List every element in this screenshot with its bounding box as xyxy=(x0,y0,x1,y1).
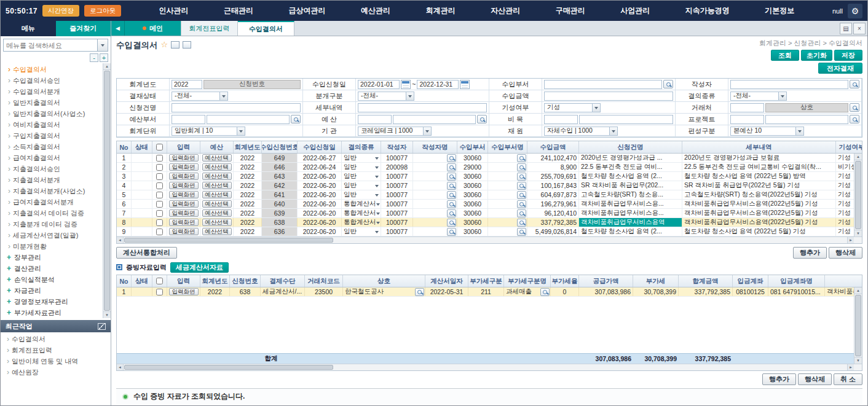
collapse-all-button[interactable]: - xyxy=(90,53,98,62)
row-checkbox[interactable] xyxy=(156,182,163,189)
e-approval-button[interactable]: 전자결재 xyxy=(818,63,862,74)
cell-request-title[interactable]: SR 객차비품 취급업무(202... xyxy=(579,181,682,190)
income-table-row[interactable]: 1 입력화면 예산선택 2022 649 2022-06-27 일반 10007… xyxy=(117,154,862,163)
budget-code-input[interactable] xyxy=(358,115,392,124)
cell-decision-type-select[interactable]: 일반 xyxy=(342,181,381,190)
search-icon-button[interactable] xyxy=(517,182,526,190)
tab-close-button[interactable]: × xyxy=(853,23,866,34)
budget-dept-code-input[interactable] xyxy=(172,115,205,124)
sidebar-item[interactable]: › 세금계산서연결(일괄) xyxy=(2,230,102,241)
col-no[interactable]: No xyxy=(117,141,132,153)
scrollbar-thumb[interactable] xyxy=(124,238,333,243)
col-decision-type[interactable]: 결의종류 xyxy=(342,141,381,153)
income-table-row[interactable]: 4 입력화면 예산선택 2022 642 2022-06-20 일반 10007… xyxy=(117,181,862,190)
sidebar-item[interactable]: › 여비지출결의서 xyxy=(2,119,102,130)
tax-invoice-button[interactable]: 세금계산서자료 xyxy=(170,262,229,273)
income-table-row[interactable]: 7 입력화면 예산선택 2022 639 2022-06-20 통합계산서 10… xyxy=(117,209,862,218)
row-checkbox[interactable] xyxy=(156,210,163,217)
sidebar-item[interactable]: › 지출분개 데이터 검증 xyxy=(2,219,102,230)
topnav-item[interactable]: 자산관리 xyxy=(488,6,523,16)
col-total-amount[interactable]: 합계금액 xyxy=(679,275,733,287)
col-supply-amount[interactable]: 공급가액 xyxy=(579,275,633,287)
col-income-dept-name[interactable]: 수입부서명 xyxy=(488,141,527,153)
budget-select-button[interactable]: 예산선택 xyxy=(202,163,232,171)
project-code-input[interactable] xyxy=(730,115,764,124)
project-name-input[interactable] xyxy=(765,115,848,124)
sidebar-group[interactable]: + 장부관리 xyxy=(2,252,102,263)
sidebar-group[interactable]: + 손익실적분석 xyxy=(2,274,102,285)
sidebar-tab-favorites[interactable]: 즐겨찾기 xyxy=(56,21,111,36)
organization-select[interactable]: 코레일테크 | 1000 xyxy=(358,127,432,136)
budget-name-input[interactable] xyxy=(393,115,476,124)
search-icon-button[interactable] xyxy=(663,80,673,88)
row-checkbox[interactable] xyxy=(156,201,163,208)
sidebar-item[interactable]: › 수입결의서승인 xyxy=(2,75,102,86)
horizontal-scrollbar[interactable]: ◄ ► xyxy=(117,236,862,243)
budget-type-select[interactable]: 본예산 10 xyxy=(730,127,804,136)
col-vat-rate[interactable]: 부가세율 xyxy=(551,275,579,287)
input-screen-button[interactable]: 입력화면 xyxy=(169,154,199,162)
sidebar-item[interactable]: › 수입결의서분개 xyxy=(2,86,102,97)
search-icon-button[interactable] xyxy=(517,219,526,227)
search-icon-button[interactable] xyxy=(517,163,526,171)
add-row-button[interactable]: 행추가 xyxy=(762,373,796,385)
recent-work-item[interactable]: › 회계전표입력 xyxy=(1,345,111,356)
col-request-date[interactable]: 수입신청일 xyxy=(298,141,342,153)
col-no[interactable]: No xyxy=(117,275,132,287)
col-status[interactable]: 상태 xyxy=(132,275,152,287)
sidebar-item[interactable]: › 지출결의서 데이터 검증 xyxy=(2,208,102,219)
cell-decision-type-select[interactable]: 통합계산서 xyxy=(342,218,381,227)
clear-recent-icon[interactable] xyxy=(98,323,106,330)
row-checkbox[interactable] xyxy=(156,289,163,295)
col-payment-method[interactable]: 결제수단 xyxy=(261,275,305,287)
cell-decision-type-select[interactable]: 통합계산서 xyxy=(342,209,381,217)
col-detail[interactable]: 세부내역 xyxy=(682,141,836,153)
expand-all-button[interactable]: + xyxy=(100,53,108,62)
input-screen-button[interactable]: 입력화면 xyxy=(169,173,199,180)
recent-work-item[interactable]: › 수입결의서 xyxy=(1,334,111,345)
col-income-dept[interactable]: 수입부서 xyxy=(457,141,488,153)
sidebar-item[interactable]: › 급여지출결의서분개 xyxy=(2,197,102,208)
date-to-input[interactable] xyxy=(417,80,459,89)
income-table-row[interactable]: 2 입력화면 예산선택 2022 646 2022-06-24 일반 20009… xyxy=(117,163,862,172)
cell-request-title[interactable]: 2020년도 경영평가성과급 ... xyxy=(579,154,682,162)
cell-decision-type-select[interactable]: 일반 xyxy=(342,190,381,199)
search-icon-button[interactable] xyxy=(517,209,526,217)
journal-type-select[interactable]: -전체- xyxy=(358,92,414,101)
col-input[interactable]: 입력 xyxy=(167,275,200,287)
cell-decision-type-select[interactable]: 일반 xyxy=(342,172,381,181)
sidebar-item[interactable]: › 지출결의서분개(사업소) xyxy=(2,185,102,197)
scrollbar-thumb[interactable] xyxy=(104,71,110,311)
col-invoice-date[interactable]: 계산서일자 xyxy=(425,275,468,287)
cell-decision-type-select[interactable]: 통합계산서 xyxy=(342,200,381,208)
search-icon-button[interactable] xyxy=(415,288,424,296)
input-screen-button[interactable]: 입력화면 xyxy=(169,288,199,295)
row-checkbox[interactable] xyxy=(156,192,163,198)
col-fiscal-year[interactable]: 회계년도 xyxy=(234,141,262,153)
scroll-up-icon[interactable]: ▲ xyxy=(854,154,862,160)
row-checkbox[interactable] xyxy=(156,219,163,226)
income-table-row[interactable]: 8 입력화면 예산선택 2022 638 2022-06-20 통합계산서 10… xyxy=(117,218,862,227)
income-amount-input[interactable] xyxy=(544,92,673,101)
scrollbar-thumb[interactable] xyxy=(855,161,861,229)
scroll-down-icon[interactable]: ▼ xyxy=(854,357,862,364)
scroll-right-icon[interactable]: ► xyxy=(847,364,854,370)
search-icon-button[interactable] xyxy=(447,228,456,236)
col-fiscal-year[interactable]: 회계년도 xyxy=(200,275,230,287)
scroll-up-icon[interactable]: ▲ xyxy=(103,63,111,70)
budget-dept-name-input[interactable] xyxy=(207,115,290,124)
topnav-item[interactable]: 구매관리 xyxy=(553,6,588,16)
cell-request-title[interactable]: 객차비품취급업무서비스용... xyxy=(579,200,682,208)
cell-decision-type-select[interactable]: 일반 xyxy=(342,163,381,171)
sidebar-item[interactable]: › 수입결의서 xyxy=(2,64,102,75)
budget-select-button[interactable]: 예산선택 xyxy=(202,191,232,198)
col-income-amount[interactable]: 수입금액 xyxy=(527,141,579,153)
cell-request-title[interactable]: 객차비품취급업무서비스용역 xyxy=(579,218,682,227)
detail-input[interactable] xyxy=(358,103,487,112)
col-vendor-name[interactable]: 상호 xyxy=(343,275,425,287)
topnav-item[interactable]: 지속가능경영 xyxy=(683,6,732,16)
search-icon-button[interactable] xyxy=(447,219,456,227)
search-icon-button[interactable] xyxy=(447,200,456,208)
search-icon-button[interactable] xyxy=(447,209,456,217)
cell-payment-method[interactable]: 세금계산서/... xyxy=(261,287,305,296)
